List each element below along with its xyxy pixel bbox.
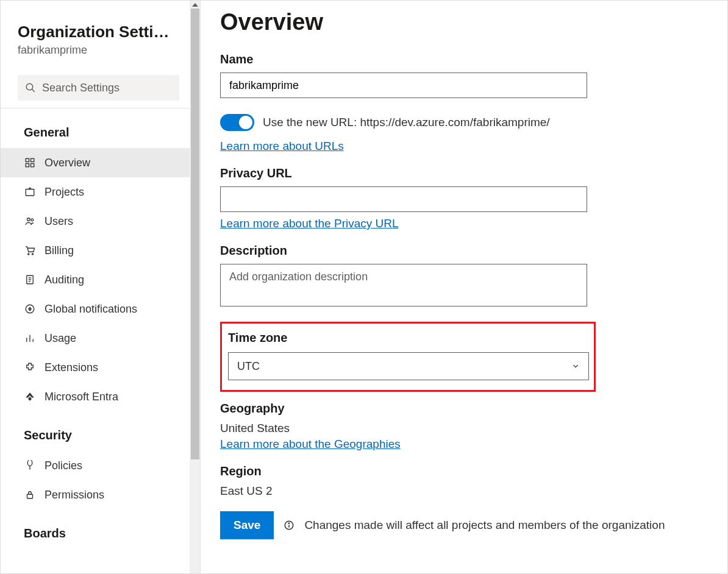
sidebar-item-global-notifications[interactable]: Global notifications xyxy=(1,294,190,324)
region-label: Region xyxy=(220,464,710,478)
nav-label: Policies xyxy=(45,459,82,472)
sidebar-item-entra[interactable]: Microsoft Entra xyxy=(1,382,190,411)
notifications-icon xyxy=(24,303,36,315)
sidebar-item-extensions[interactable]: Extensions xyxy=(1,353,190,382)
sidebar-item-usage[interactable]: Usage xyxy=(1,324,190,353)
name-label: Name xyxy=(220,52,710,66)
svg-point-21 xyxy=(27,460,32,466)
url-toggle-row: Use the new URL: https://dev.azure.com/f… xyxy=(220,114,710,131)
scroll-thumb[interactable] xyxy=(191,9,199,459)
svg-point-12 xyxy=(32,253,33,255)
chevron-down-icon xyxy=(571,362,580,370)
main-panel: Overview Name Use the new URL: https://d… xyxy=(201,1,727,573)
svg-rect-6 xyxy=(26,190,34,196)
toggle-knob xyxy=(239,116,252,129)
sidebar-item-overview[interactable]: Overview xyxy=(1,148,190,177)
section-header-boards: Boards xyxy=(1,509,190,549)
nav-label: Global notifications xyxy=(45,303,137,316)
sidebar-item-auditing[interactable]: Auditing xyxy=(1,265,190,294)
nav-label: Usage xyxy=(45,332,76,345)
svg-point-10 xyxy=(31,219,34,221)
sidebar-subtitle: fabrikamprime xyxy=(18,44,176,57)
learn-geographies-link[interactable]: Learn more about the Geographies xyxy=(220,438,401,451)
timezone-highlight: Time zone UTC xyxy=(220,322,596,392)
page-title: Overview xyxy=(220,9,710,35)
description-label: Description xyxy=(220,244,710,258)
svg-point-9 xyxy=(27,218,30,221)
sidebar-header: Organization Settin… fabrikamprime xyxy=(1,1,190,64)
permissions-icon xyxy=(24,489,36,501)
search-placeholder: Search Settings xyxy=(42,82,120,94)
svg-point-26 xyxy=(289,523,290,523)
policies-icon xyxy=(24,459,36,472)
billing-icon xyxy=(24,244,36,257)
privacy-url-input[interactable] xyxy=(220,186,587,212)
info-icon xyxy=(284,520,294,531)
section-header-general: General xyxy=(1,108,190,148)
sidebar-title: Organization Settin… xyxy=(18,23,176,41)
svg-line-1 xyxy=(32,89,35,92)
auditing-icon xyxy=(24,274,36,286)
sidebar-item-billing[interactable]: Billing xyxy=(1,236,190,265)
nav-label: Billing xyxy=(45,244,74,257)
search-input[interactable]: Search Settings xyxy=(18,75,179,101)
svg-rect-4 xyxy=(26,164,29,167)
region-field-block: Region East US 2 xyxy=(220,464,710,498)
svg-point-11 xyxy=(28,253,29,255)
geography-value: United States xyxy=(220,422,710,435)
save-note: Changes made will affect all projects an… xyxy=(304,519,665,532)
section-header-security: Security xyxy=(1,411,190,451)
save-row: Save Changes made will affect all projec… xyxy=(220,511,710,539)
search-icon xyxy=(25,82,36,93)
svg-rect-3 xyxy=(31,158,34,161)
nav-label: Permissions xyxy=(45,489,104,501)
nav-label: Users xyxy=(45,215,73,228)
geography-field-block: Geography United States Learn more about… xyxy=(220,402,710,451)
name-field-block: Name xyxy=(220,52,710,98)
sidebar-item-projects[interactable]: Projects xyxy=(1,177,190,207)
learn-privacy-link[interactable]: Learn more about the Privacy URL xyxy=(220,217,399,230)
svg-rect-5 xyxy=(31,164,34,167)
svg-rect-2 xyxy=(26,158,29,161)
save-button[interactable]: Save xyxy=(220,511,274,539)
usage-icon xyxy=(24,332,36,344)
scrollbar[interactable] xyxy=(190,1,200,573)
url-toggle-label: Use the new URL: https://dev.azure.com/f… xyxy=(263,116,550,129)
nav-label: Overview xyxy=(45,157,90,169)
grid-icon xyxy=(24,157,36,169)
geography-label: Geography xyxy=(220,402,710,416)
sidebar: Organization Settin… fabrikamprime Searc… xyxy=(1,1,201,573)
entra-icon xyxy=(24,391,36,403)
nav-label: Microsoft Entra xyxy=(45,391,118,403)
url-toggle[interactable] xyxy=(220,114,254,131)
svg-point-0 xyxy=(26,83,33,90)
svg-rect-23 xyxy=(27,494,33,498)
privacy-field-block: Privacy URL Learn more about the Privacy… xyxy=(220,166,710,230)
nav-label: Projects xyxy=(45,186,84,199)
nav-label: Auditing xyxy=(45,274,84,286)
learn-urls-link[interactable]: Learn more about URLs xyxy=(220,140,344,153)
nav-label: Extensions xyxy=(45,361,98,374)
region-value: East US 2 xyxy=(220,484,710,498)
users-icon xyxy=(24,215,36,227)
description-field-block: Description xyxy=(220,244,710,308)
privacy-label: Privacy URL xyxy=(220,166,710,180)
name-input[interactable] xyxy=(220,73,587,98)
sidebar-item-permissions[interactable]: Permissions xyxy=(1,480,190,509)
description-input[interactable] xyxy=(220,264,587,306)
sidebar-item-users[interactable]: Users xyxy=(1,207,190,236)
timezone-label: Time zone xyxy=(228,331,588,345)
sidebar-item-policies[interactable]: Policies xyxy=(1,451,190,480)
timezone-select[interactable]: UTC xyxy=(228,352,589,380)
timezone-value: UTC xyxy=(237,360,260,373)
scroll-up-icon[interactable] xyxy=(192,3,198,7)
extensions-icon xyxy=(24,361,36,374)
projects-icon xyxy=(24,186,36,198)
